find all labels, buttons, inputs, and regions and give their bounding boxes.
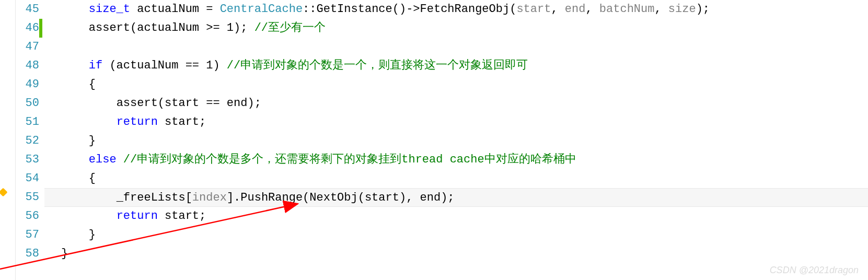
code-text: (actualNum == 1) bbox=[102, 59, 227, 72]
line-number[interactable]: 58 bbox=[16, 244, 39, 263]
indicator-margin bbox=[0, 0, 6, 280]
indent bbox=[61, 153, 89, 166]
param: size bbox=[668, 3, 696, 16]
code-line[interactable]: } bbox=[61, 226, 868, 244]
keyword: if bbox=[89, 59, 102, 72]
code-text: assert(start == end); bbox=[117, 97, 261, 110]
comment: //申请到对象的个数是多个，还需要将剩下的对象挂到thread cache中对应… bbox=[123, 153, 576, 166]
line-number[interactable]: 49 bbox=[16, 75, 39, 94]
code-text: } bbox=[89, 228, 96, 241]
line-number[interactable]: 45 bbox=[16, 0, 39, 19]
type-name: CentralCache bbox=[220, 3, 303, 16]
indent bbox=[61, 78, 89, 91]
code-line[interactable]: size_t actualNum = CentralCache::GetInst… bbox=[61, 0, 868, 19]
indent bbox=[61, 3, 89, 16]
indent bbox=[61, 172, 89, 185]
code-text: start; bbox=[158, 115, 206, 129]
line-number[interactable]: 55 bbox=[16, 188, 39, 207]
indent bbox=[61, 21, 89, 34]
line-number[interactable]: 52 bbox=[16, 132, 39, 150]
code-line[interactable]: assert(actualNum >= 1); //至少有一个 bbox=[61, 19, 868, 38]
line-number[interactable]: 54 bbox=[16, 169, 39, 188]
code-line[interactable]: else //申请到对象的个数是多个，还需要将剩下的对象挂到thread cac… bbox=[61, 150, 868, 169]
code-editor: 45 46 47 48 49 50 51 52 53 54 55 56 57 5… bbox=[0, 0, 868, 280]
code-area[interactable]: size_t actualNum = CentralCache::GetInst… bbox=[44, 0, 868, 280]
code-text: } bbox=[61, 247, 68, 260]
indent bbox=[61, 134, 89, 147]
comment: //申请到对象的个数是一个，则直接将这一个对象返回即可 bbox=[227, 59, 528, 72]
keyword: return bbox=[117, 115, 158, 129]
indent bbox=[61, 97, 117, 110]
code-text: } bbox=[89, 134, 96, 147]
line-number[interactable]: 50 bbox=[16, 94, 39, 113]
code-text bbox=[117, 153, 123, 166]
line-number[interactable]: 47 bbox=[16, 38, 39, 56]
code-text: _freeLists[ bbox=[117, 191, 192, 204]
current-execution-line[interactable]: _freeLists[index].PushRange(NextObj(star… bbox=[44, 188, 868, 207]
line-number[interactable]: 51 bbox=[16, 113, 39, 132]
code-text: assert(actualNum >= 1); bbox=[89, 21, 254, 34]
code-line[interactable]: return start; bbox=[61, 207, 868, 226]
watermark: CSDN @2021dragon bbox=[770, 265, 859, 276]
code-line[interactable]: } bbox=[61, 244, 868, 263]
indent bbox=[61, 115, 117, 129]
param: start bbox=[516, 3, 551, 16]
code-text: { bbox=[89, 172, 96, 185]
outline-margin[interactable] bbox=[6, 0, 16, 280]
code-text: ::GetInstance()->FetchRangeObj( bbox=[303, 3, 516, 16]
line-number-gutter: 45 46 47 48 49 50 51 52 53 54 55 56 57 5… bbox=[16, 0, 44, 280]
comment: //至少有一个 bbox=[254, 21, 326, 34]
param: index bbox=[192, 191, 227, 204]
param: batchNum bbox=[599, 3, 655, 16]
keyword: return bbox=[117, 209, 158, 223]
keyword: size_t bbox=[89, 3, 130, 16]
line-number[interactable]: 57 bbox=[16, 226, 39, 244]
code-text: ); bbox=[696, 3, 710, 16]
code-line[interactable]: { bbox=[61, 75, 868, 94]
indent bbox=[61, 191, 117, 204]
line-number[interactable]: 48 bbox=[16, 56, 39, 75]
line-number[interactable]: 53 bbox=[16, 150, 39, 169]
param: end bbox=[565, 3, 586, 16]
code-text: , bbox=[585, 3, 599, 16]
indent bbox=[61, 209, 117, 223]
code-text: actualNum = bbox=[130, 3, 220, 16]
code-text: , bbox=[654, 3, 668, 16]
keyword: else bbox=[89, 153, 117, 166]
code-line[interactable]: assert(start == end); bbox=[61, 94, 868, 113]
indent bbox=[61, 59, 89, 72]
code-line[interactable]: { bbox=[61, 169, 868, 188]
line-number[interactable]: 56 bbox=[16, 207, 39, 226]
code-text: { bbox=[89, 78, 96, 91]
indent bbox=[61, 228, 89, 241]
code-line[interactable]: if (actualNum == 1) //申请到对象的个数是一个，则直接将这一… bbox=[61, 56, 868, 75]
code-line[interactable] bbox=[61, 38, 868, 56]
line-number[interactable]: 46 bbox=[16, 19, 39, 38]
code-text: start; bbox=[158, 209, 206, 223]
code-line[interactable]: } bbox=[61, 132, 868, 150]
code-line[interactable]: return start; bbox=[61, 113, 868, 132]
code-text: ].PushRange(NextObj(start), end); bbox=[227, 191, 455, 204]
code-text: , bbox=[551, 3, 564, 16]
